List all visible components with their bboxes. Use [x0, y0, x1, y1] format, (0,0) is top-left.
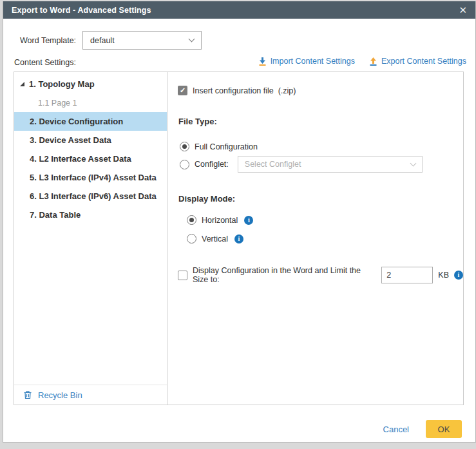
recycle-bin-label: Recycle Bin: [38, 390, 82, 400]
tree-item-l3-ipv6-asset-data[interactable]: 6. L3 Interface (IPv6) Asset Data: [14, 187, 167, 205]
ok-button[interactable]: OK: [426, 420, 462, 438]
tree-item-l2-interface-asset-data[interactable]: 4. L2 Interface Asset Data: [14, 149, 167, 168]
dialog-title: Export to Word - Advanced Settings: [12, 6, 151, 15]
tree-item-page-1[interactable]: 1.1 Page 1: [14, 93, 167, 112]
configlet-radio[interactable]: [180, 160, 189, 169]
insert-config-checkbox[interactable]: ✓: [178, 86, 187, 95]
chevron-down-icon: [189, 36, 195, 43]
tree-rows: 1. Topology Map 1.1 Page 1 2. Device Con…: [14, 72, 167, 385]
word-template-value: default: [90, 36, 115, 45]
chevron-down-icon: [410, 160, 416, 166]
export-content-settings-link[interactable]: Export Content Settings: [369, 57, 466, 66]
horizontal-radio[interactable]: [187, 215, 196, 225]
tree-item-data-table[interactable]: 7. Data Table: [14, 205, 167, 224]
tree-item-topology-map[interactable]: 1. Topology Map: [14, 75, 167, 93]
tree-item-device-asset-data[interactable]: 3. Device Asset Data: [14, 131, 167, 149]
display-mode-heading-row: Display Mode:: [178, 194, 235, 204]
size-limit-checkbox[interactable]: [178, 271, 187, 280]
configlet-placeholder: Select Configlet: [245, 160, 301, 169]
size-limit-input[interactable]: [381, 267, 433, 283]
tree-item-label: 7. Data Table: [30, 210, 81, 220]
full-configuration-radio[interactable]: [180, 142, 189, 151]
size-limit-info-icon[interactable]: i: [454, 271, 463, 280]
import-link-label: Import Content Settings: [271, 57, 355, 66]
file-type-heading-row: File Type:: [178, 117, 217, 126]
tree-item-label: 1.1 Page 1: [38, 99, 77, 108]
insert-config-row[interactable]: ✓ Insert configuration file (.zip): [178, 86, 296, 95]
display-mode-heading: Display Mode:: [178, 194, 235, 204]
horizontal-option[interactable]: Horizontal i: [187, 215, 253, 225]
recycle-bin[interactable]: Recycle Bin: [14, 385, 167, 405]
horizontal-label: Horizontal: [202, 216, 238, 225]
import-content-settings-link[interactable]: Import Content Settings: [258, 57, 355, 66]
settings-links: Import Content Settings Export Content S…: [258, 57, 466, 66]
full-configuration-label: Full Configuration: [195, 142, 258, 151]
word-template-row: Word Template: default: [20, 31, 202, 50]
dialog-titlebar: Export to Word - Advanced Settings ✕: [3, 1, 475, 19]
vertical-option[interactable]: Vertical i: [187, 234, 243, 244]
size-limit-row[interactable]: Display Configuration in the Word and Li…: [178, 266, 463, 284]
trash-icon: [23, 390, 32, 399]
size-unit-label: KB: [438, 271, 449, 280]
content-settings-label: Content Settings:: [14, 58, 76, 67]
content-settings-box: 1. Topology Map 1.1 Page 1 2. Device Con…: [14, 72, 464, 405]
tree-item-label: 6. L3 Interface (IPv6) Asset Data: [30, 191, 157, 201]
tree-item-label: 5. L3 Interface (IPv4) Asset Data: [30, 173, 157, 182]
dialog-footer: Cancel OK: [383, 420, 462, 438]
tree-item-label: 1. Topology Map: [29, 79, 95, 89]
configlet-label: Configlet:: [195, 160, 229, 169]
file-type-heading: File Type:: [178, 117, 217, 126]
size-limit-label: Display Configuration in the Word and Li…: [193, 266, 375, 284]
export-to-word-dialog: Export to Word - Advanced Settings ✕ Wor…: [3, 1, 476, 443]
tree-item-l3-ipv4-asset-data[interactable]: 5. L3 Interface (IPv4) Asset Data: [14, 168, 167, 187]
content-tree: 1. Topology Map 1.1 Page 1 2. Device Con…: [14, 72, 167, 405]
configlet-option[interactable]: Configlet: Select Configlet: [180, 156, 423, 173]
cancel-button[interactable]: Cancel: [383, 425, 409, 434]
tree-item-label: 2. Device Configuration: [30, 117, 123, 126]
tree-item-device-configuration[interactable]: 2. Device Configuration: [14, 112, 167, 131]
insert-config-label: Insert configuration file (.zip): [193, 86, 296, 95]
tree-item-label: 4. L2 Interface Asset Data: [30, 154, 131, 164]
horizontal-info-icon[interactable]: i: [244, 216, 253, 225]
configlet-select[interactable]: Select Configlet: [238, 156, 423, 173]
tree-expand-caret-icon[interactable]: [20, 82, 24, 86]
import-download-icon: [258, 57, 267, 66]
export-link-label: Export Content Settings: [381, 57, 466, 66]
word-template-label: Word Template:: [20, 36, 76, 45]
close-icon[interactable]: ✕: [459, 5, 467, 15]
tree-item-label: 3. Device Asset Data: [30, 135, 111, 145]
word-template-select[interactable]: default: [82, 31, 202, 50]
vertical-info-icon[interactable]: i: [234, 234, 243, 244]
device-configuration-panel: ✓ Insert configuration file (.zip) File …: [167, 72, 463, 405]
vertical-label: Vertical: [202, 234, 228, 244]
full-configuration-option[interactable]: Full Configuration: [180, 142, 258, 151]
vertical-radio[interactable]: [187, 234, 196, 244]
export-upload-icon: [369, 57, 377, 66]
